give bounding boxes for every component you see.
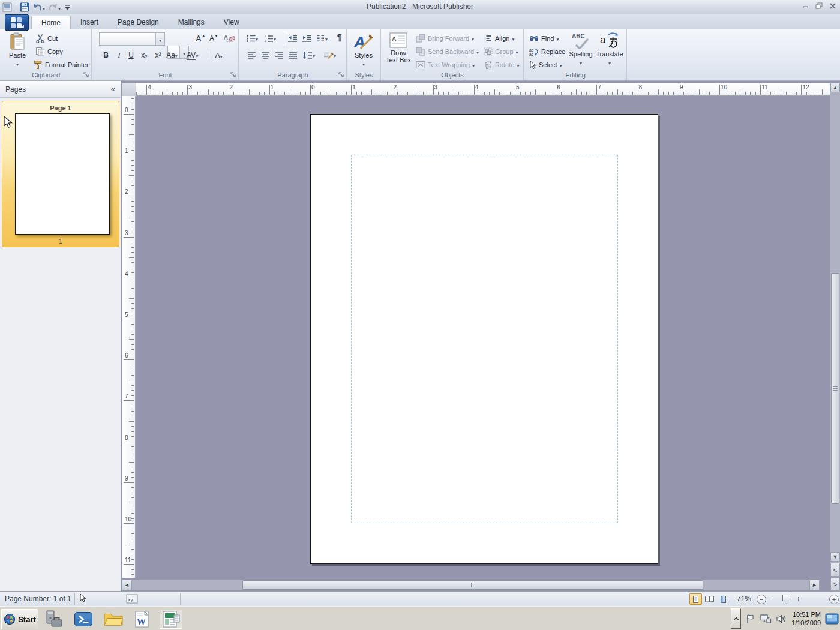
justify-button[interactable] [286, 49, 300, 61]
bullets-button[interactable] [245, 32, 259, 44]
align-right-button[interactable] [272, 49, 286, 61]
page-number-status[interactable]: Page Number: 1 of 1 [5, 595, 71, 603]
font-color-button[interactable]: A [212, 49, 226, 61]
zoom-slider-handle[interactable] [782, 595, 790, 604]
clock[interactable]: 10:51 PM 1/10/2009 [791, 610, 821, 627]
paste-button[interactable]: Paste [5, 30, 30, 67]
scroll-right-button[interactable]: ► [809, 580, 820, 590]
bold-button[interactable]: B [99, 49, 113, 61]
clipboard-dialog-launcher[interactable] [82, 71, 89, 78]
file-app-button[interactable] [5, 14, 29, 31]
horizontal-scrollbar[interactable]: ◄ ► [122, 580, 820, 590]
restore-button[interactable] [815, 2, 823, 9]
character-spacing-button[interactable]: AV [185, 49, 199, 61]
paragraph-dialog-launcher[interactable] [337, 71, 344, 78]
cut-button[interactable]: Cut [34, 32, 59, 44]
svg-text:ac: ac [529, 52, 534, 56]
horizontal-scroll-thumb[interactable] [242, 580, 703, 590]
underline-button[interactable]: U [124, 49, 138, 61]
tab-page-design[interactable]: Page Design [108, 16, 169, 29]
next-page-button[interactable]: > [830, 577, 840, 591]
font-name-combo[interactable] [99, 32, 165, 46]
page-thumbnail-selected[interactable]: Page 1 1 [2, 101, 119, 247]
taskbar-word-icon[interactable]: W [131, 610, 154, 629]
ribbon-tab-row: Home Insert Page Design Mailings View [0, 14, 840, 29]
decrease-indent-button[interactable] [286, 32, 299, 44]
action-center-flag-icon[interactable] [745, 614, 755, 624]
align-left-button[interactable] [245, 49, 259, 61]
clock-time: 10:51 PM [791, 610, 821, 619]
show-desktop-button[interactable] [825, 613, 839, 625]
text-wrapping-button[interactable]: Text Wrapping [414, 58, 476, 71]
close-button[interactable] [829, 3, 836, 9]
styles-button[interactable]: AStyles [351, 30, 376, 67]
numbering-button[interactable]: 12 [263, 32, 277, 44]
collapse-panel-button[interactable]: « [111, 85, 115, 94]
previous-page-button[interactable]: < [830, 563, 840, 577]
grow-font-button[interactable]: A▲ [194, 32, 208, 44]
volume-icon[interactable] [776, 614, 787, 624]
taskbar-explorer-folder-icon[interactable] [102, 610, 125, 629]
copy-button[interactable]: Copy [34, 45, 65, 58]
draw-text-box-button[interactable]: ADrawText Box [385, 30, 412, 64]
group-paragraph: 12 ¶ Paragraph [239, 29, 347, 80]
vertical-ruler[interactable]: 01234567891011 [122, 96, 136, 578]
increase-indent-button[interactable] [300, 32, 314, 44]
horizontal-ruler[interactable]: 43210123456789101112 [136, 83, 830, 96]
shrink-font-button[interactable]: A▼ [207, 32, 221, 44]
zoom-level[interactable]: 71% [737, 595, 751, 603]
change-case-button[interactable]: Aa [165, 49, 179, 61]
page-thumbnail[interactable] [15, 113, 110, 235]
font-group-title: Font [92, 71, 239, 79]
ribbon: Paste Cut Copy Format Painter Clipboard … [0, 29, 840, 81]
columns-button[interactable] [314, 32, 329, 44]
scroll-left-button[interactable]: ◄ [122, 580, 132, 590]
single-page-view-button[interactable] [689, 593, 702, 605]
spelling-button[interactable]: ABCSpelling [567, 30, 595, 66]
zoom-out-button[interactable] [757, 595, 766, 604]
publication-page[interactable] [310, 114, 658, 564]
find-button[interactable]: Find [527, 32, 560, 44]
paragraph-shading-button[interactable] [322, 49, 337, 61]
align-center-button[interactable] [259, 49, 272, 61]
translate-button[interactable]: aTranslate [595, 30, 625, 66]
network-icon[interactable] [760, 614, 772, 624]
align-objects-button[interactable]: Align [482, 32, 516, 44]
taskbar-admin-tools-icon[interactable] [42, 610, 65, 629]
tab-view[interactable]: View [214, 16, 249, 29]
taskbar-powershell-icon[interactable] [72, 610, 95, 629]
send-backward-button[interactable]: Send Backward [414, 45, 481, 58]
line-spacing-button[interactable] [301, 49, 316, 61]
subscript-button[interactable]: x₂ [137, 49, 151, 61]
scroll-down-button[interactable]: ▼ [830, 552, 840, 562]
format-painter-button[interactable]: Format Painter [31, 58, 91, 71]
group-clipboard: Paste Cut Copy Format Painter Clipboard [0, 29, 92, 80]
clear-formatting-button[interactable]: A [223, 32, 237, 44]
two-page-spread-view-button[interactable] [703, 593, 716, 605]
pages-panel: Pages « Page 1 1 [0, 81, 121, 591]
object-position-icon[interactable]: xy [126, 594, 138, 604]
zoom-in-button[interactable] [829, 595, 839, 604]
vertical-scrollbar[interactable]: ▲ ▼ < > [830, 83, 840, 592]
select-button[interactable]: Select [527, 58, 564, 71]
tab-insert[interactable]: Insert [71, 16, 108, 29]
master-page-view-button[interactable] [717, 593, 730, 605]
replace-button[interactable]: abacReplace [527, 45, 567, 58]
font-dialog-launcher[interactable] [229, 71, 236, 78]
group-objects-button[interactable]: Group [482, 45, 520, 58]
show-paragraph-marks-button[interactable]: ¶ [332, 31, 346, 43]
scroll-up-button[interactable]: ▲ [830, 83, 840, 92]
rotate-objects-button[interactable]: Rotate [482, 58, 521, 71]
tab-home[interactable]: Home [31, 16, 71, 29]
tab-mailings[interactable]: Mailings [169, 16, 214, 29]
bring-forward-button[interactable]: Bring Forward [414, 32, 476, 44]
group-editing: Find abacReplace Select ABCSpelling aTra… [524, 29, 627, 80]
superscript-button[interactable]: x² [151, 49, 165, 61]
group-objects: ADrawText Box Bring Forward Send Backwar… [381, 29, 524, 80]
show-hidden-icons-button[interactable] [731, 608, 741, 629]
ruler-origin-box[interactable] [122, 83, 137, 97]
taskbar-publisher-icon[interactable] [160, 610, 182, 629]
vertical-scroll-thumb[interactable] [831, 273, 839, 504]
start-button[interactable]: Start [1, 609, 38, 629]
minimize-button[interactable] [802, 3, 809, 9]
